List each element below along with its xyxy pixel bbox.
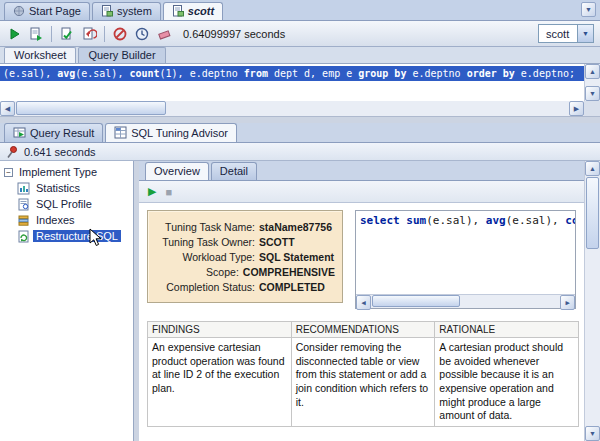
- scrollbar-thumb[interactable]: [586, 177, 599, 249]
- tuned-sql-preview[interactable]: select sum(e.sal), avg(e.sal), coun ◀ ▶: [355, 210, 576, 309]
- tuning-task-info-panel: Tuning Task Name: staName87756 Tuning Ta…: [147, 210, 343, 303]
- sql-tuning-advisor-icon: [114, 126, 127, 139]
- worksheet-toolbar: 0.64099997 seconds scott ▼: [0, 21, 600, 47]
- tab-worksheet[interactable]: Worksheet: [4, 47, 76, 63]
- statistics-icon: [17, 182, 30, 195]
- scroll-left-icon[interactable]: ◀: [0, 101, 15, 116]
- editor-horizontal-scrollbar[interactable]: ◀ ▶: [0, 101, 600, 117]
- tab-detail[interactable]: Detail: [211, 162, 257, 180]
- editor-vertical-scrollbar[interactable]: ▲ ▼: [584, 64, 600, 101]
- tab-overview[interactable]: Overview: [145, 162, 209, 180]
- finding-cell[interactable]: An expensive cartesian product operation…: [148, 338, 292, 427]
- toolbar-separator: [51, 26, 52, 42]
- advisor-panel: − Implement Type Statistics SQL Profile …: [0, 161, 600, 441]
- scrollbar-track[interactable]: [371, 295, 560, 308]
- sql-developer-window: Start Page system scott ▼: [0, 0, 600, 441]
- sql-history-icon[interactable]: [132, 24, 152, 44]
- tab-start-page[interactable]: Start Page: [4, 2, 90, 20]
- field-label: Workload Type:: [155, 251, 259, 263]
- tab-scott[interactable]: scott: [163, 2, 223, 20]
- tab-label: Start Page: [29, 5, 81, 17]
- cancel-icon[interactable]: [110, 24, 130, 44]
- tab-query-result[interactable]: Query Result: [4, 123, 103, 142]
- start-page-icon: [13, 5, 25, 17]
- rollback-icon[interactable]: [79, 24, 99, 44]
- sql-editor[interactable]: (e.sal), avg(e.sal), count(1), e.deptno …: [0, 64, 600, 101]
- scroll-left-icon[interactable]: ◀: [356, 295, 371, 310]
- advisor-toolbar: 0.641 seconds: [0, 143, 600, 161]
- tab-label: Query Result: [30, 127, 94, 139]
- worksheet-icon: [101, 5, 113, 17]
- editor-text-area[interactable]: (e.sal), avg(e.sal), count(1), e.deptno …: [0, 64, 584, 101]
- tab-sql-tuning-advisor[interactable]: SQL Tuning Advisor: [105, 123, 237, 142]
- tab-list-dropdown-icon[interactable]: ▼: [581, 2, 596, 17]
- scope-value: COMPREHENSIVE: [243, 266, 335, 278]
- tree-item-sql-profile[interactable]: SQL Profile: [2, 196, 131, 212]
- commit-icon[interactable]: [57, 24, 77, 44]
- pin-icon[interactable]: [5, 145, 18, 159]
- editor-selected-sql[interactable]: (e.sal), avg(e.sal), count(1), e.deptno …: [0, 66, 584, 81]
- tab-query-builder[interactable]: Query Builder: [78, 47, 165, 63]
- worksheet-tab-bar: Worksheet Query Builder: [0, 47, 600, 64]
- run-script-icon[interactable]: [26, 24, 46, 44]
- implement-type-tree[interactable]: − Implement Type Statistics SQL Profile …: [0, 161, 134, 441]
- connection-dropdown-icon[interactable]: ▼: [577, 25, 593, 42]
- tab-label: scott: [188, 5, 214, 17]
- tuning-task-name-value: staName87756: [259, 221, 332, 233]
- tree-label: Statistics: [33, 182, 83, 194]
- tree-item-indexes[interactable]: Indexes: [2, 212, 131, 228]
- stop-task-icon[interactable]: ■: [165, 186, 172, 198]
- scroll-down-icon[interactable]: ▼: [585, 86, 600, 101]
- scrollbar-track[interactable]: [585, 250, 600, 426]
- indexes-icon: [17, 214, 30, 227]
- tree-item-statistics[interactable]: Statistics: [2, 180, 131, 196]
- run-statement-icon[interactable]: [4, 24, 24, 44]
- tuning-task-owner-value: SCOTT: [259, 236, 295, 248]
- tab-system[interactable]: system: [92, 2, 161, 20]
- content-vertical-scrollbar[interactable]: ▲ ▼: [584, 161, 600, 441]
- connection-selector[interactable]: scott ▼: [538, 24, 594, 43]
- column-header-recommendations[interactable]: RECOMMENDATIONS: [291, 322, 435, 338]
- scroll-up-icon[interactable]: ▲: [585, 64, 600, 79]
- clear-icon[interactable]: [154, 24, 174, 44]
- tree-label: Implement Type: [16, 166, 100, 178]
- rationale-cell[interactable]: A cartesian product should be avoided wh…: [435, 338, 579, 427]
- overview-toolbar: ▶ ■: [139, 181, 584, 203]
- tree-item-restructure-sql[interactable]: Restructure SQL: [2, 228, 131, 244]
- tree-label: Restructure SQL: [33, 230, 121, 242]
- scroll-up-icon[interactable]: ▲: [585, 161, 600, 176]
- run-task-icon[interactable]: ▶: [148, 185, 156, 198]
- scrollbar-corner: [584, 101, 600, 116]
- scrollbar-track[interactable]: [585, 79, 600, 86]
- scroll-right-icon[interactable]: ▶: [560, 295, 575, 310]
- findings-table: FINDINGS RECOMMENDATIONS RATIONALE An ex…: [147, 321, 579, 427]
- sql-preview-horizontal-scrollbar[interactable]: ◀ ▶: [356, 294, 575, 308]
- overview-tab-bar: Overview Detail: [139, 161, 584, 181]
- restructure-sql-icon: [17, 230, 30, 243]
- scroll-right-icon[interactable]: ▶: [569, 101, 584, 116]
- scrollbar-track[interactable]: [15, 101, 569, 116]
- table-row[interactable]: An expensive cartesian product operation…: [148, 338, 579, 427]
- scrollbar-thumb[interactable]: [372, 295, 460, 307]
- advisor-detail-panel: Overview Detail ▶ ■ Tuning Task Name: st…: [139, 161, 600, 441]
- column-header-findings[interactable]: FINDINGS: [148, 322, 292, 338]
- tree-label: Indexes: [33, 214, 78, 226]
- worksheet-icon: [172, 5, 184, 17]
- field-label: Tuning Task Owner:: [155, 236, 259, 248]
- tree-root-implement-type[interactable]: − Implement Type: [2, 164, 131, 180]
- connection-name: scott: [539, 28, 577, 40]
- column-header-rationale[interactable]: RATIONALE: [435, 322, 579, 338]
- advisor-sql-text: select sum(e.sal), avg(e.sal), coun: [356, 211, 575, 230]
- tree-label: SQL Profile: [33, 198, 95, 210]
- overview-content: Tuning Task Name: staName87756 Tuning Ta…: [139, 203, 584, 441]
- advisor-execution-time: 0.641 seconds: [24, 146, 96, 158]
- tab-label: system: [117, 5, 152, 17]
- results-tab-bar: Query Result SQL Tuning Advisor: [0, 123, 600, 143]
- scrollbar-thumb[interactable]: [16, 101, 166, 115]
- document-tab-bar: Start Page system scott ▼: [0, 0, 600, 21]
- field-label: Completion Status:: [155, 281, 259, 293]
- scroll-down-icon[interactable]: ▼: [585, 426, 600, 441]
- expander-icon[interactable]: −: [4, 168, 13, 177]
- tab-label: SQL Tuning Advisor: [131, 127, 228, 139]
- recommendation-cell[interactable]: Consider removing the disconnected table…: [291, 338, 435, 427]
